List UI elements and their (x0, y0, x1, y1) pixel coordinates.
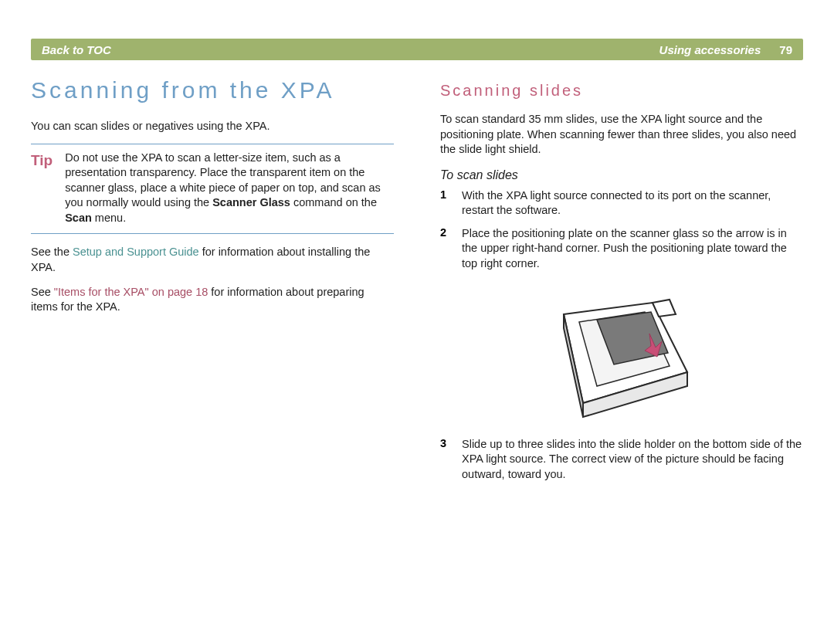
step-text: Place the positioning plate on the scann… (462, 226, 803, 272)
tip-label: Tip (31, 151, 53, 226)
back-to-toc-link[interactable]: Back to TOC (42, 43, 111, 56)
header-bar: Back to TOC Using accessories 79 (31, 39, 803, 60)
step-item: 3 Slide up to three slides into the slid… (440, 437, 803, 483)
step-number: 2 (440, 226, 462, 272)
step-item: 1 With the XPA light source connected to… (440, 188, 803, 219)
para2-pre: See the (31, 246, 73, 258)
steps-list: 1 With the XPA light source connected to… (440, 188, 803, 272)
step-text: Slide up to three slides into the slide … (462, 437, 803, 483)
step-item: 2 Place the positioning plate on the sca… (440, 226, 803, 272)
items-for-xpa-link[interactable]: "Items for the XPA" on page 18 (54, 286, 208, 298)
tip-bold-2: Scan (65, 212, 92, 224)
tip-text-mid: command on the (290, 196, 377, 208)
step-number: 1 (440, 188, 462, 219)
page-title: Scanning from the XPA (31, 77, 394, 103)
intro-text: You can scan slides or negatives using t… (31, 119, 394, 134)
scanner-illustration (537, 280, 707, 426)
page-number: 79 (779, 43, 792, 56)
tip-text-post: menu. (92, 212, 126, 224)
para-setup-guide: See the Setup and Support Guide for info… (31, 245, 394, 275)
section-intro: To scan standard 35 mm slides, use the X… (440, 112, 803, 158)
step-text: With the XPA light source connected to i… (462, 188, 803, 219)
tip-bold-1: Scanner Glass (212, 196, 290, 208)
section-title: Scanning slides (440, 82, 803, 100)
para-items-xpa: See "Items for the XPA" on page 18 for i… (31, 285, 394, 315)
section-label: Using accessories (659, 43, 761, 56)
tip-text: Do not use the XPA to scan a letter-size… (65, 151, 394, 226)
left-column: Scanning from the XPA You can scan slide… (31, 77, 394, 490)
tip-block: Tip Do not use the XPA to scan a letter-… (31, 144, 394, 235)
setup-support-guide-link[interactable]: Setup and Support Guide (73, 246, 199, 258)
steps-list-continued: 3 Slide up to three slides into the slid… (440, 437, 803, 483)
para3-pre: See (31, 286, 54, 298)
right-column: Scanning slides To scan standard 35 mm s… (440, 77, 803, 490)
procedure-title: To scan slides (440, 168, 803, 182)
step-number: 3 (440, 437, 462, 483)
